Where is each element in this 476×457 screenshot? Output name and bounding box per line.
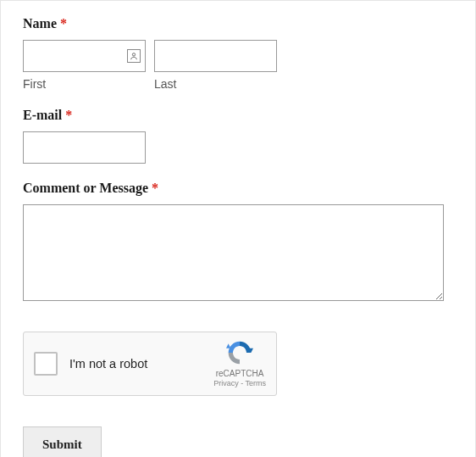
last-name-col: Last xyxy=(154,40,277,91)
message-field-group: Comment or Message * xyxy=(23,181,453,304)
recaptcha-icon xyxy=(226,339,253,366)
recaptcha-terms-link[interactable]: Terms xyxy=(246,379,267,387)
message-label-text: Comment or Message xyxy=(23,181,148,195)
last-sublabel: Last xyxy=(154,77,277,91)
name-field-group: Name * First Last xyxy=(23,16,453,91)
email-label-text: E-mail xyxy=(23,108,62,122)
recaptcha-privacy-link[interactable]: Privacy xyxy=(213,379,239,387)
name-label: Name * xyxy=(23,16,453,31)
required-asterisk: * xyxy=(60,16,67,31)
first-sublabel: First xyxy=(23,77,146,91)
recaptcha-badge: reCAPTCHA Privacy - Terms xyxy=(213,339,266,389)
email-input[interactable] xyxy=(23,131,146,164)
message-textarea[interactable] xyxy=(23,204,444,301)
first-name-col: First xyxy=(23,40,146,91)
submit-button[interactable]: Submit xyxy=(23,426,102,457)
recaptcha-checkbox[interactable] xyxy=(34,352,58,376)
recaptcha-widget: I'm not a robot reCAPTCHA Privacy - Term… xyxy=(23,332,277,396)
name-label-text: Name xyxy=(23,16,57,31)
contact-form: Name * First Last E-mail * xyxy=(0,0,476,457)
recaptcha-sep: - xyxy=(239,379,246,387)
required-asterisk: * xyxy=(65,108,72,122)
recaptcha-label: I'm not a robot xyxy=(69,357,213,371)
email-field-group: E-mail * xyxy=(23,108,453,164)
message-label: Comment or Message * xyxy=(23,181,453,196)
recaptcha-legal: Privacy - Terms xyxy=(213,379,266,389)
name-row: First Last xyxy=(23,40,453,91)
first-name-input[interactable] xyxy=(23,40,146,72)
required-asterisk: * xyxy=(152,181,158,195)
recaptcha-brand: reCAPTCHA xyxy=(216,368,264,379)
email-label: E-mail * xyxy=(23,108,453,123)
last-name-input[interactable] xyxy=(154,40,277,72)
first-name-wrap xyxy=(23,40,146,72)
svg-marker-2 xyxy=(226,343,230,348)
